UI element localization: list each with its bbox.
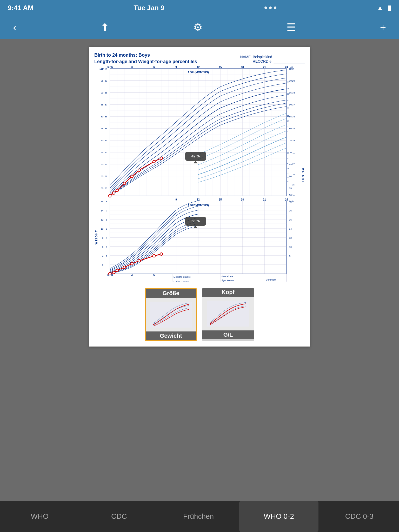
record-label: RECORD # bbox=[253, 59, 271, 63]
thumbnail-bottom-label-2: G/L bbox=[202, 330, 254, 339]
svg-text:24: 24 bbox=[285, 66, 288, 69]
wifi-icon: ▲ bbox=[377, 4, 383, 12]
svg-text:21: 21 bbox=[263, 198, 266, 201]
svg-text:Gestational: Gestational bbox=[222, 275, 234, 278]
svg-text:10: 10 bbox=[287, 120, 289, 122]
chart-title2: Length-for-age and Weight-for-age percen… bbox=[94, 58, 197, 65]
svg-text:15: 15 bbox=[292, 184, 295, 186]
svg-text:39: 39 bbox=[292, 79, 295, 82]
svg-text:18: 18 bbox=[292, 152, 295, 155]
svg-text:32: 32 bbox=[105, 163, 107, 166]
svg-text:6: 6 bbox=[153, 66, 155, 69]
thumbnail-top-label-2: Kopf bbox=[202, 288, 254, 297]
status-bar: 9:41 AM Tue Jan 9 ▲ ▮ bbox=[0, 0, 399, 16]
status-indicators: ▲ ▮ bbox=[377, 4, 391, 12]
svg-point-129 bbox=[131, 175, 133, 178]
svg-text:6: 6 bbox=[106, 218, 107, 221]
chart-header: Birth to 24 months: Boys Length-for-age … bbox=[94, 52, 305, 65]
svg-text:100: 100 bbox=[99, 68, 103, 70]
svg-point-197 bbox=[109, 272, 111, 275]
tab-cdc[interactable]: CDC bbox=[79, 501, 159, 532]
name-value: Beispielkind bbox=[253, 55, 305, 59]
svg-text:36: 36 bbox=[292, 115, 295, 118]
svg-text:10: 10 bbox=[287, 181, 289, 183]
svg-text:5: 5 bbox=[287, 125, 288, 127]
svg-text:18: 18 bbox=[241, 198, 244, 201]
tab-cdc-0-3[interactable]: CDC 0-3 bbox=[320, 501, 399, 532]
svg-point-202 bbox=[138, 260, 141, 262]
svg-text:17: 17 bbox=[292, 163, 295, 165]
svg-point-200 bbox=[123, 266, 126, 269]
svg-text:in: in bbox=[292, 68, 294, 70]
thumbnail-image-2 bbox=[202, 297, 254, 330]
svg-text:50: 50 bbox=[289, 194, 292, 196]
svg-text:12: 12 bbox=[197, 198, 200, 201]
svg-text:cm: cm bbox=[289, 68, 292, 70]
svg-text:85: 85 bbox=[289, 115, 292, 118]
svg-point-204 bbox=[160, 253, 163, 255]
svg-text:37: 37 bbox=[105, 103, 107, 106]
share-button[interactable]: ⬆ bbox=[101, 21, 109, 33]
svg-text:38: 38 bbox=[105, 91, 107, 94]
svg-text:80: 80 bbox=[289, 127, 292, 130]
tab-who-0-2[interactable]: WHO 0-2 bbox=[239, 501, 319, 532]
svg-point-128 bbox=[123, 182, 126, 185]
svg-text:50: 50 bbox=[101, 187, 103, 190]
list-button[interactable]: ☰ bbox=[287, 21, 296, 33]
svg-text:18: 18 bbox=[241, 66, 244, 69]
svg-text:90: 90 bbox=[101, 91, 103, 94]
svg-point-126 bbox=[112, 192, 115, 194]
svg-point-198 bbox=[112, 271, 115, 274]
svg-text:25: 25 bbox=[287, 115, 289, 117]
svg-text:AGE (MONTHS): AGE (MONTHS) bbox=[188, 204, 209, 207]
settings-button[interactable]: ⚙ bbox=[193, 21, 203, 33]
status-time: 9:41 AM bbox=[8, 4, 34, 12]
thumbnail-kopf-gl[interactable]: Kopf G/L bbox=[202, 288, 254, 341]
svg-text:2: 2 bbox=[287, 131, 288, 132]
main-content: Birth to 24 months: Boys Length-for-age … bbox=[0, 39, 399, 501]
tab-fruhchen[interactable]: Frühchen bbox=[159, 501, 238, 532]
svg-text:12: 12 bbox=[101, 218, 103, 221]
svg-text:8: 8 bbox=[102, 237, 103, 239]
add-button[interactable]: + bbox=[380, 22, 386, 33]
svg-text:12: 12 bbox=[289, 237, 292, 239]
tab-bar: WHO CDC Frühchen WHO 0-2 CDC 0-3 bbox=[0, 501, 399, 532]
back-button[interactable]: ‹ bbox=[13, 22, 16, 33]
svg-text:16: 16 bbox=[289, 218, 292, 221]
svg-text:65: 65 bbox=[101, 151, 103, 154]
svg-text:55: 55 bbox=[289, 187, 292, 190]
svg-text:50: 50 bbox=[287, 107, 289, 109]
svg-text:Mother's Stature ______: Mother's Stature ______ bbox=[174, 276, 199, 278]
svg-text:16: 16 bbox=[292, 173, 295, 176]
svg-text:75: 75 bbox=[289, 139, 292, 142]
svg-text:lb: lb bbox=[292, 200, 294, 203]
thumbnail-top-label-1: Größe bbox=[146, 289, 196, 298]
svg-text:Father's Stature ______: Father's Stature ______ bbox=[174, 280, 199, 282]
svg-point-130 bbox=[138, 169, 141, 171]
svg-text:Comment: Comment bbox=[266, 278, 276, 281]
svg-text:AGE (MONTHS): AGE (MONTHS) bbox=[188, 71, 209, 74]
svg-text:14: 14 bbox=[289, 228, 292, 230]
thumbnail-grosse-gewicht[interactable]: Größe Gewicht bbox=[145, 288, 197, 341]
thumbnail-image-1 bbox=[146, 298, 196, 331]
svg-text:Age:       Weeks: Age: Weeks bbox=[222, 279, 234, 282]
svg-text:35: 35 bbox=[105, 127, 107, 130]
svg-text:75: 75 bbox=[101, 127, 103, 130]
svg-text:55: 55 bbox=[101, 175, 103, 178]
svg-text:Birth: Birth bbox=[107, 66, 113, 69]
svg-text:34: 34 bbox=[292, 139, 295, 142]
svg-text:65: 65 bbox=[289, 163, 292, 166]
svg-text:80: 80 bbox=[101, 115, 103, 118]
growth-chart-svg: Birth 3 6 9 12 15 18 21 24 41 AGE (MONTH… bbox=[94, 66, 305, 282]
svg-text:95: 95 bbox=[287, 88, 289, 90]
tab-who[interactable]: WHO bbox=[0, 501, 79, 532]
svg-text:75: 75 bbox=[287, 168, 289, 170]
svg-point-125 bbox=[109, 195, 111, 197]
svg-text:21: 21 bbox=[263, 66, 266, 69]
svg-point-199 bbox=[116, 269, 118, 272]
svg-text:3: 3 bbox=[131, 274, 133, 276]
svg-text:16: 16 bbox=[289, 209, 292, 212]
svg-text:42 %: 42 % bbox=[191, 154, 200, 158]
svg-point-203 bbox=[153, 255, 155, 257]
svg-text:kg: kg bbox=[289, 200, 292, 203]
